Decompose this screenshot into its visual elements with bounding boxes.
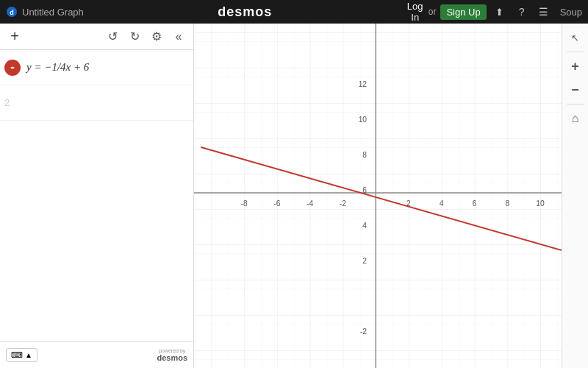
redo-button[interactable]: ↻ [124,26,145,47]
desmos-label: desmos [218,4,272,20]
window-title: Untitled Graph [22,7,84,18]
soup-label: Soup [560,7,582,18]
expressions-spacer [0,196,193,342]
desmos-icon: d [6,6,18,18]
svg-text:12: 12 [359,79,367,88]
graph-svg: -8 -6 -4 -2 2 4 6 8 10 12 10 8 6 4 2 -2 [194,24,562,368]
svg-text:6: 6 [473,199,477,208]
graph-area[interactable]: -8 -6 -4 -2 2 4 6 8 10 12 10 8 6 4 2 -2 [194,24,562,368]
left-bottom: ⌨ ▲ powered by desmos [0,342,193,368]
svg-text:10: 10 [536,199,544,208]
expression-formula: y = −1/4x + 6 [26,61,189,74]
or-text: or [429,7,437,17]
svg-text:d: d [10,9,14,16]
expression-color-button[interactable] [4,60,21,76]
add-expression-button[interactable]: + [4,26,25,47]
collapse-panel-button[interactable]: « [168,26,189,47]
home-button[interactable]: ⌂ [564,107,587,130]
pointer-tool-button[interactable]: ↖ [564,26,587,49]
svg-text:-8: -8 [241,199,248,208]
left-panel: + ↺ ↻ ⚙ « y = −1/4x + 6 × [0,24,194,368]
svg-text:8: 8 [505,199,509,208]
login-button[interactable]: Log In [406,3,424,21]
svg-text:-6: -6 [273,199,280,208]
toolbar-right: ↺ ↻ ⚙ « [102,26,189,47]
svg-text:2: 2 [362,256,367,265]
toolbar-divider [567,52,584,52]
expression-logo [7,63,18,73]
keyboard-icon: ⌨ [11,350,23,360]
keyboard-arrow: ▲ [25,351,32,359]
empty-row-hint: 2 [4,97,10,108]
zoom-in-button[interactable]: + [564,55,587,77]
menu-icon[interactable]: ☰ [535,3,553,21]
main-layout: + ↺ ↻ ⚙ « y = −1/4x + 6 × [0,24,588,368]
toolbar-divider-2 [567,104,584,105]
svg-text:4: 4 [440,199,444,208]
empty-expression-row[interactable]: 2 [0,85,193,121]
svg-rect-4 [194,24,562,368]
zoom-out-button[interactable]: − [564,79,587,101]
topbar-left: d Untitled Graph [6,6,84,18]
settings-button[interactable]: ⚙ [146,26,167,47]
svg-text:-4: -4 [306,199,313,208]
keyboard-button[interactable]: ⌨ ▲ [6,348,37,362]
signup-button[interactable]: Sign Up [440,4,486,20]
topbar: d Untitled Graph desmos Log In or Sign U… [0,0,588,24]
svg-text:10: 10 [359,115,367,124]
svg-text:8: 8 [362,150,367,159]
svg-text:-2: -2 [360,327,367,336]
svg-text:-2: -2 [340,199,346,208]
share-icon[interactable]: ⬆ [491,3,509,21]
expressions-list: y = −1/4x + 6 × 2 [0,50,193,196]
right-toolbar: ↖ + − ⌂ [562,24,588,368]
desmos-logo: powered by desmos [157,348,187,362]
undo-button[interactable]: ↺ [102,26,123,47]
expression-row: y = −1/4x + 6 × [0,50,193,85]
topbar-right: Log In or Sign Up ⬆ ? ☰ Soup [406,3,582,21]
help-icon[interactable]: ? [513,3,531,21]
svg-text:4: 4 [362,221,367,230]
left-toolbar: + ↺ ↻ ⚙ « [0,24,193,50]
